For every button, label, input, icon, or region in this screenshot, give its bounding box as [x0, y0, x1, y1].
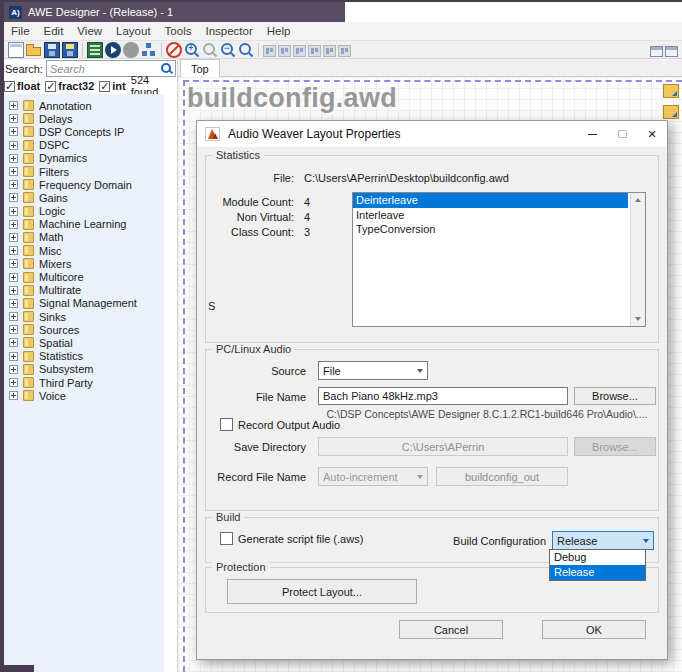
filter-float[interactable]: float — [4, 80, 40, 92]
zoom-selection-icon[interactable] — [202, 42, 218, 58]
run-layout-icon[interactable] — [105, 42, 121, 58]
browse-button[interactable]: Browse... — [574, 387, 656, 405]
filter-int[interactable]: int — [99, 80, 125, 92]
build-configuration-dropdown[interactable]: Release — [552, 531, 654, 550]
tree-item-dynamics[interactable]: Dynamics — [4, 152, 164, 165]
menu-layout[interactable]: Layout — [109, 25, 158, 37]
expand-icon[interactable] — [9, 154, 18, 163]
tree-item-frequency-domain[interactable]: Frequency Domain — [4, 178, 164, 191]
maximize-button[interactable] — [607, 121, 637, 147]
ok-button[interactable]: OK — [542, 620, 646, 639]
expand-icon[interactable] — [9, 365, 18, 374]
zoom-out-icon[interactable] — [220, 42, 236, 58]
tree-item-multirate[interactable]: Multirate — [4, 284, 164, 297]
tree-item-delays[interactable]: Delays — [4, 112, 164, 125]
expand-icon[interactable] — [9, 233, 18, 242]
new-window-icon[interactable] — [650, 46, 663, 57]
menu-edit[interactable]: Edit — [37, 25, 71, 37]
tree-item-signal-management[interactable]: Signal Management — [4, 297, 164, 310]
list-item-interleave[interactable]: Interleave — [353, 208, 645, 223]
tree-item-filters[interactable]: Filters — [4, 165, 164, 178]
minimize-button[interactable] — [577, 121, 607, 147]
filter-checkbox-float[interactable] — [4, 81, 15, 92]
expand-icon[interactable] — [9, 312, 18, 321]
expand-icon[interactable] — [9, 352, 18, 361]
menu-tools[interactable]: Tools — [158, 25, 199, 37]
option-release[interactable]: Release — [550, 565, 645, 580]
tree-item-math[interactable]: Math — [4, 231, 164, 244]
tree-item-annotation[interactable]: Annotation — [4, 99, 164, 112]
expand-icon[interactable] — [9, 207, 18, 216]
tree-item-dsp-concepts-ip[interactable]: DSP Concepts IP — [4, 125, 164, 138]
expand-icon[interactable] — [9, 246, 18, 255]
list-scrollbar[interactable] — [630, 193, 645, 326]
menu-file[interactable]: File — [4, 25, 37, 37]
zoom-reset-icon[interactable] — [238, 42, 254, 58]
align-bottom-icon[interactable] — [308, 45, 321, 57]
menu-help[interactable]: Help — [260, 25, 298, 37]
tree-item-statistics[interactable]: Statistics — [4, 350, 164, 363]
tree-item-mixers[interactable]: Mixers — [4, 257, 164, 270]
align-right-icon[interactable] — [278, 45, 291, 57]
menu-view[interactable]: View — [70, 25, 109, 37]
align-top-icon[interactable] — [293, 45, 306, 57]
stop-icon[interactable] — [123, 42, 139, 58]
filter-checkbox-int[interactable] — [99, 81, 110, 92]
save-icon[interactable] — [44, 42, 60, 58]
generate-script-checkbox[interactable] — [220, 532, 233, 545]
scroll-up-icon[interactable] — [635, 198, 641, 202]
tree-item-misc[interactable]: Misc — [4, 244, 164, 257]
menu-inspector[interactable]: Inspector — [198, 25, 259, 37]
filter-fract32[interactable]: fract32 — [45, 80, 94, 92]
filter-checkbox-fract32[interactable] — [45, 81, 56, 92]
record-output-checkbox[interactable] — [220, 418, 233, 431]
tree-item-dspc[interactable]: DSPC — [4, 139, 164, 152]
search-icon[interactable] — [161, 63, 171, 73]
tree-item-sources[interactable]: Sources — [4, 323, 164, 336]
expand-icon[interactable] — [9, 325, 18, 334]
tree-item-spatial[interactable]: Spatial — [4, 336, 164, 349]
palette-icon[interactable] — [663, 84, 679, 98]
window-titlebar-active-region[interactable]: A) AWE Designer - (Release) - 1 — [4, 2, 345, 22]
tree-item-gains[interactable]: Gains — [4, 191, 164, 204]
expand-icon[interactable] — [9, 299, 18, 308]
expand-icon[interactable] — [9, 286, 18, 295]
tree-item-sinks[interactable]: Sinks — [4, 310, 164, 323]
new-layout-icon[interactable] — [8, 42, 24, 58]
distribute-vertical-icon[interactable] — [338, 45, 351, 57]
list-item-typeconversion[interactable]: TypeConversion — [353, 222, 645, 237]
expand-icon[interactable] — [9, 338, 18, 347]
disconnect-icon[interactable] — [166, 42, 182, 58]
search-input[interactable] — [47, 63, 175, 75]
expand-icon[interactable] — [9, 167, 18, 176]
expand-icon[interactable] — [9, 141, 18, 150]
profile-icon[interactable] — [141, 42, 157, 58]
distribute-horizontal-icon[interactable] — [323, 45, 336, 57]
cascade-windows-icon[interactable] — [665, 46, 678, 57]
expand-icon[interactable] — [9, 193, 18, 202]
expand-icon[interactable] — [9, 378, 18, 387]
save-as-icon[interactable] — [62, 42, 78, 58]
dialog-titlebar[interactable]: Audio Weaver Layout Properties — [197, 121, 667, 148]
source-dropdown[interactable]: File — [318, 361, 428, 380]
tree-item-third-party[interactable]: Third Party — [4, 376, 164, 389]
expand-icon[interactable] — [9, 259, 18, 268]
module-class-list[interactable]: Deinterleave Interleave TypeConversion — [352, 192, 646, 327]
tree-scrollbar-track[interactable] — [164, 94, 178, 672]
tab-top[interactable]: Top — [180, 59, 220, 77]
list-item-deinterleave[interactable]: Deinterleave — [353, 193, 628, 208]
expand-icon[interactable] — [9, 273, 18, 282]
target-hardware-icon[interactable] — [87, 42, 103, 58]
tree-item-voice[interactable]: Voice — [4, 389, 164, 402]
cancel-button[interactable]: Cancel — [399, 620, 503, 639]
expand-icon[interactable] — [9, 391, 18, 400]
open-file-icon[interactable] — [26, 42, 42, 58]
palette-icon[interactable] — [663, 105, 679, 119]
tree-item-logic[interactable]: Logic — [4, 205, 164, 218]
zoom-in-icon[interactable] — [184, 42, 200, 58]
expand-icon[interactable] — [9, 180, 18, 189]
tree-item-machine-learning[interactable]: Machine Learning — [4, 218, 164, 231]
protect-layout-button[interactable]: Protect Layout... — [227, 579, 417, 604]
tree-item-subsystem[interactable]: Subsystem — [4, 363, 164, 376]
expand-icon[interactable] — [9, 127, 18, 136]
